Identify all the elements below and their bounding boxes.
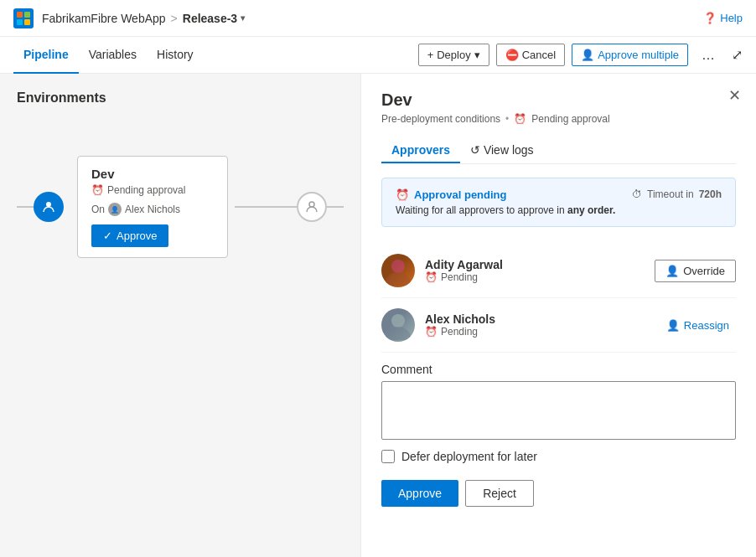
- checkmark-icon: ✓: [103, 230, 112, 242]
- approver-status-adity: ⏰ Pending: [425, 271, 655, 283]
- defer-checkbox[interactable]: [381, 450, 395, 463]
- approver-action-adity: 👤 Override: [655, 260, 736, 282]
- approver-status-alex: ⏰ Pending: [425, 326, 660, 338]
- avatar-alex: [381, 308, 415, 342]
- stage-approve-button[interactable]: ✓ Approve: [91, 224, 168, 247]
- clock-icon: ⏰: [425, 271, 438, 283]
- panel-tabs: Approvers ↺ View logs: [381, 138, 736, 164]
- stage-node-active: [34, 192, 64, 222]
- stage-container: Dev ⏰ Pending approval On 👤 Alex Nichols…: [70, 156, 235, 258]
- tab-history[interactable]: History: [147, 37, 204, 74]
- breadcrumb-separator: >: [171, 12, 178, 25]
- tab-pipeline[interactable]: Pipeline: [13, 37, 79, 74]
- panel-title: Dev: [381, 90, 736, 110]
- approver-action-alex: 👤 Reassign: [660, 315, 736, 336]
- stage-node-empty: [297, 192, 327, 222]
- plus-icon: +: [427, 49, 434, 61]
- approve-button[interactable]: Approve: [381, 480, 458, 507]
- stage-name: Dev: [91, 167, 214, 181]
- comment-textarea[interactable]: [381, 381, 736, 440]
- app-logo: [13, 8, 34, 28]
- svg-point-3: [391, 314, 405, 327]
- approver-info-adity: Adity Agarwal ⏰ Pending: [425, 258, 655, 283]
- banner-left: ⏰ Approval pending Waiting for all appro…: [396, 188, 615, 216]
- person-icon: 👤: [581, 49, 594, 61]
- clock-icon: ⏰: [514, 113, 526, 125]
- cancel-icon: ⛔: [505, 49, 519, 61]
- help-icon: ❓: [703, 12, 717, 24]
- bottom-actions: Approve Reject: [381, 480, 736, 507]
- environments-title: Environments: [17, 90, 344, 106]
- comment-label: Comment: [381, 363, 736, 376]
- refresh-icon: ↺: [470, 143, 480, 157]
- chevron-down-icon: ▾: [241, 13, 245, 23]
- tab-approvers[interactable]: Approvers: [381, 138, 460, 163]
- breadcrumb: FabrikamFibre WebApp > Release-3 ▾: [42, 12, 245, 25]
- nav-tabs: Pipeline Variables History + Deploy ▾ ⛔ …: [0, 37, 756, 74]
- override-button[interactable]: 👤 Override: [655, 260, 736, 282]
- help-button[interactable]: ❓ Help: [703, 12, 743, 24]
- release-name[interactable]: Release-3 ▾: [183, 12, 245, 25]
- approve-multiple-button[interactable]: 👤 Approve multiple: [572, 44, 688, 66]
- approver-name-adity: Adity Agarwal: [425, 258, 655, 271]
- right-panel: ✕ Dev Pre-deployment conditions • ⏰ Pend…: [360, 74, 756, 557]
- app-name: FabrikamFibre WebApp: [42, 12, 166, 25]
- banner-timeout: ⏱ Timeout in 720h: [632, 188, 722, 200]
- subtitle-dot: •: [505, 113, 509, 125]
- approval-banner: ⏰ Approval pending Waiting for all appro…: [381, 178, 736, 227]
- person-icon: 👤: [665, 265, 679, 277]
- tab-variables[interactable]: Variables: [79, 37, 147, 74]
- left-panel: Environments Dev ⏰ Pending approval On 👤…: [0, 74, 360, 557]
- approver-small-avatar: 👤: [108, 203, 122, 216]
- expand-button[interactable]: ⤢: [732, 47, 743, 63]
- defer-row: Defer deployment for later: [381, 450, 736, 463]
- main-content: Environments Dev ⏰ Pending approval On 👤…: [0, 74, 756, 557]
- panel-close-button[interactable]: ✕: [722, 84, 746, 107]
- pipeline-line-right: [235, 206, 297, 208]
- cancel-button[interactable]: ⛔ Cancel: [496, 44, 565, 66]
- nav-actions: + Deploy ▾ ⛔ Cancel 👤 Approve multiple ……: [418, 44, 743, 67]
- stage-on: On 👤 Alex Nichols: [91, 203, 214, 216]
- reject-button[interactable]: Reject: [465, 480, 534, 507]
- svg-point-0: [46, 202, 51, 207]
- approver-row-alex: Alex Nichols ⏰ Pending 👤 Reassign: [381, 298, 736, 353]
- clock-icon: ⏰: [91, 184, 104, 196]
- reassign-button[interactable]: 👤 Reassign: [660, 315, 736, 336]
- approver-info-alex: Alex Nichols ⏰ Pending: [425, 312, 660, 338]
- deploy-chevron-icon: ▾: [474, 49, 480, 61]
- defer-label: Defer deployment for later: [401, 450, 537, 463]
- dev-stage-box: Dev ⏰ Pending approval On 👤 Alex Nichols…: [77, 156, 228, 258]
- banner-description: Waiting for all approvers to approve in …: [396, 204, 615, 216]
- deploy-button[interactable]: + Deploy ▾: [418, 44, 489, 66]
- tab-view-logs[interactable]: ↺ View logs: [460, 138, 544, 163]
- avatar-adity: [381, 254, 415, 287]
- svg-point-2: [391, 260, 405, 273]
- pipeline-diagram: Dev ⏰ Pending approval On 👤 Alex Nichols…: [17, 156, 344, 258]
- clock-icon: ⏰: [396, 188, 409, 201]
- person-reassign-icon: 👤: [666, 319, 680, 332]
- pipeline-line-left: [17, 206, 34, 208]
- clock-icon: ⏰: [425, 326, 438, 338]
- approver-row-adity: Adity Agarwal ⏰ Pending 👤 Override: [381, 244, 736, 298]
- more-actions-button[interactable]: …: [695, 44, 722, 67]
- stage-status: ⏰ Pending approval: [91, 184, 214, 196]
- topbar: FabrikamFibre WebApp > Release-3 ▾ ❓ Hel…: [0, 0, 756, 37]
- banner-title: ⏰ Approval pending: [396, 188, 615, 201]
- pipeline-line-end: [327, 206, 344, 208]
- timer-icon: ⏱: [632, 188, 642, 200]
- approver-name-alex: Alex Nichols: [425, 312, 660, 326]
- panel-subtitle: Pre-deployment conditions • ⏰ Pending ap…: [381, 113, 736, 125]
- svg-point-1: [309, 202, 314, 207]
